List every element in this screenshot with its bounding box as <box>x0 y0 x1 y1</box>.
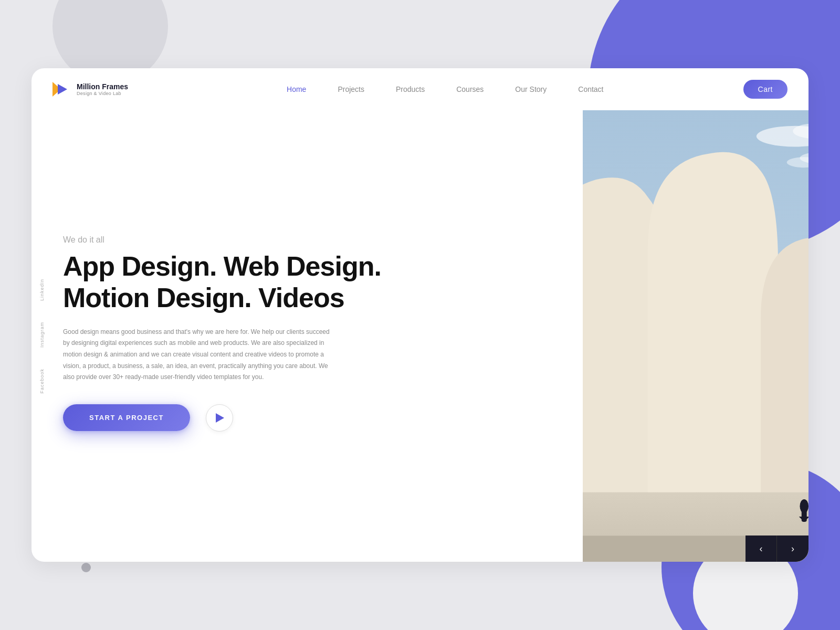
play-icon <box>216 413 224 423</box>
next-button[interactable]: › <box>777 536 808 562</box>
social-facebook[interactable]: Facebook <box>39 369 45 394</box>
architectural-image: ‹ › <box>583 110 808 562</box>
logo-area[interactable]: Million Frames Design & Video Lab <box>52 82 147 97</box>
social-instagram[interactable]: Instagram <box>39 322 45 348</box>
main-content: LinkedIn Instagram Facebook We do it all… <box>32 110 808 562</box>
hero-left: We do it all App Design. Web Design. Mot… <box>32 110 583 562</box>
logo-icon <box>52 82 71 97</box>
hero-actions: START A PROJECT <box>63 404 551 432</box>
logo-title: Million Frames <box>77 82 128 91</box>
hero-title-line1: App Design. Web Design. <box>63 251 381 281</box>
svg-marker-1 <box>58 84 67 94</box>
bg-dot-bottom-left <box>81 563 91 572</box>
arch-svg <box>583 110 808 562</box>
sidebar-social: LinkedIn Instagram Facebook <box>32 110 47 562</box>
nav-home[interactable]: Home <box>287 85 306 93</box>
nav-our-story[interactable]: Our Story <box>515 85 547 93</box>
start-project-button[interactable]: START A PROJECT <box>63 404 190 431</box>
play-button[interactable] <box>206 404 233 432</box>
hero-right: ‹ › <box>583 110 808 562</box>
logo-subtitle: Design & Video Lab <box>77 91 128 96</box>
nav-links: Home Projects Products Courses Our Story… <box>147 85 743 93</box>
nav-products[interactable]: Products <box>396 85 425 93</box>
main-card: Million Frames Design & Video Lab Home P… <box>32 68 808 562</box>
hero-image-container: ‹ › <box>583 110 808 562</box>
hero-tagline: We do it all <box>63 235 551 245</box>
navbar: Million Frames Design & Video Lab Home P… <box>32 68 808 110</box>
cart-button[interactable]: Cart <box>743 80 788 99</box>
hero-description: Good design means good business and that… <box>63 327 336 383</box>
nav-courses[interactable]: Courses <box>456 85 484 93</box>
social-linkedin[interactable]: LinkedIn <box>39 279 45 301</box>
logo-text-area: Million Frames Design & Video Lab <box>77 82 128 97</box>
nav-projects[interactable]: Projects <box>338 85 364 93</box>
image-nav: ‹ › <box>746 536 808 562</box>
nav-contact[interactable]: Contact <box>578 85 603 93</box>
hero-title: App Design. Web Design. Motion Design. V… <box>63 251 551 314</box>
prev-button[interactable]: ‹ <box>746 536 777 562</box>
hero-title-line2: Motion Design. Videos <box>63 282 344 313</box>
